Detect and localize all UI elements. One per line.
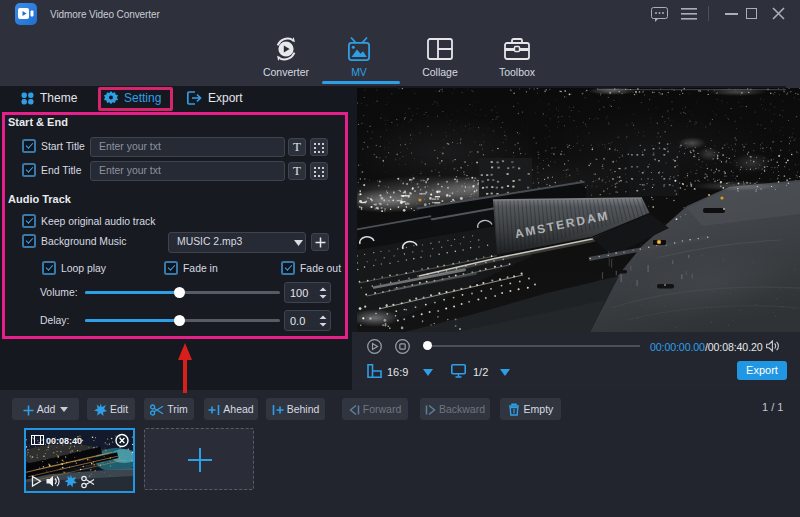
- svg-text:00:08:40: 00:08:40: [46, 436, 82, 446]
